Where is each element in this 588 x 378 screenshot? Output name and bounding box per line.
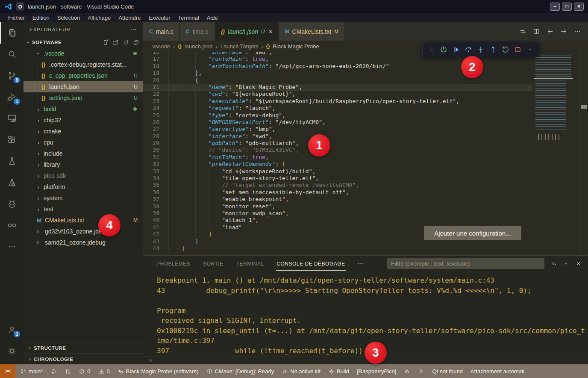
status-debug-alt[interactable]: Black Magic Probe (software) bbox=[114, 364, 203, 378]
menu-item-edition[interactable]: Edition bbox=[29, 14, 53, 21]
panel-tab-probl-mes[interactable]: PROBLÈMES bbox=[156, 256, 191, 271]
tab-launch.json[interactable]: {}launch.jsonU× bbox=[215, 22, 279, 41]
scrollbar-thumb[interactable] bbox=[581, 105, 587, 109]
tree-item-settings.json[interactable]: {}settings.jsonU bbox=[24, 92, 143, 103]
status--raspberrypico-[interactable]: [RaspberryPico] bbox=[353, 364, 400, 378]
activity-more[interactable] bbox=[0, 236, 24, 257]
minimize-button[interactable]: – bbox=[550, 3, 560, 11]
tree-item-test[interactable]: ›test bbox=[24, 204, 143, 215]
maximize-button[interactable]: □ bbox=[562, 3, 572, 11]
activity-source-control[interactable]: 9 bbox=[0, 65, 24, 86]
tree-item-pico-sdk[interactable]: ›pico-sdk bbox=[24, 170, 143, 181]
tree-item-chip32[interactable]: ›chip32 bbox=[24, 115, 143, 126]
tree-item-system[interactable]: ›system bbox=[24, 192, 143, 204]
status-pr[interactable] bbox=[61, 364, 75, 378]
new-file-button[interactable] bbox=[102, 39, 109, 46]
tab-time.c[interactable]: Ctime.c bbox=[180, 22, 215, 41]
panel-tab-console-de-d-bogage[interactable]: CONSOLE DE DÉBOGAGE bbox=[276, 256, 345, 271]
vertical-scrollbar[interactable] bbox=[579, 52, 588, 255]
activity-test-beaker[interactable] bbox=[0, 151, 24, 172]
debug-step-over-button[interactable] bbox=[462, 44, 474, 56]
breadcrumb-item[interactable]: Black Magic Probe bbox=[273, 43, 319, 50]
tab-CMakeLists.txt[interactable]: MCMakeLists.txtM bbox=[279, 22, 345, 41]
panel-tab-terminal[interactable]: TERMINAL bbox=[236, 256, 265, 271]
tree-item-cmake[interactable]: ›cmake bbox=[24, 126, 143, 137]
debug-step-out-button[interactable] bbox=[487, 44, 499, 56]
activity-account[interactable]: 1 bbox=[0, 319, 24, 340]
open-changes-button[interactable] bbox=[519, 28, 526, 35]
activity-vs-logo[interactable] bbox=[0, 215, 24, 236]
tree-item-library[interactable]: ›library bbox=[24, 159, 143, 170]
status-gear[interactable]: Build bbox=[324, 364, 353, 378]
status-bug[interactable] bbox=[400, 364, 414, 378]
panel-tab-sortie[interactable]: SORTIE bbox=[203, 256, 223, 271]
section-header-software[interactable]: › SOFTWARE bbox=[24, 37, 143, 48]
tree-item-include[interactable]: ›include bbox=[24, 148, 143, 159]
activity-remote-explorer[interactable] bbox=[0, 108, 24, 129]
debug-restart-button[interactable] bbox=[500, 44, 512, 56]
menu-item-sélection[interactable]: Sélection bbox=[53, 14, 84, 21]
tree-item-platform[interactable]: ›platform bbox=[24, 181, 143, 192]
arrow-right-button[interactable] bbox=[560, 28, 567, 35]
activity-platformio[interactable] bbox=[0, 193, 24, 215]
tree-item-cpu[interactable]: ›cpu bbox=[24, 137, 143, 148]
status-warning-triangle[interactable]: 0 bbox=[94, 364, 114, 378]
menu-item-aide[interactable]: Aide bbox=[203, 14, 222, 21]
debug-filter-input[interactable] bbox=[387, 258, 544, 269]
chevron-up-button[interactable] bbox=[563, 260, 570, 267]
tree-item-CMakeLists.txt[interactable]: MCMakeLists.txtM bbox=[24, 215, 143, 226]
debug-chevron-down-button[interactable] bbox=[524, 44, 536, 56]
more-actions-icon[interactable]: ⋯ bbox=[358, 260, 364, 267]
section-header-structure[interactable]: › STRUCTURE bbox=[24, 342, 143, 353]
status-info[interactable]: CMake: [Debug]: Ready bbox=[203, 364, 278, 378]
tree-item-.cortex-debug.registers.stat...[interactable]: {}.cortex-debug.registers.stat... bbox=[24, 59, 143, 70]
breadcrumb-item[interactable]: launch.json bbox=[185, 43, 213, 50]
activity-extensions[interactable] bbox=[0, 129, 24, 151]
close-button[interactable]: × bbox=[574, 3, 584, 11]
tree-item-build[interactable]: ›build bbox=[24, 103, 143, 115]
tree-item-c_cpp_properties.json[interactable]: {}c_cpp_properties.jsonU bbox=[24, 70, 143, 81]
activity-cmake-tools[interactable] bbox=[0, 172, 24, 193]
tree-item-launch.json[interactable]: {}launch.jsonU bbox=[24, 81, 143, 92]
close-tab-icon[interactable]: × bbox=[269, 28, 273, 35]
section-header-chronologie[interactable]: › CHRONOLOGIE bbox=[24, 353, 143, 364]
activity-settings-gear[interactable] bbox=[0, 340, 24, 362]
menu-item-exécuter[interactable]: Exécuter bbox=[144, 14, 174, 21]
filter-clear-button[interactable] bbox=[550, 260, 557, 267]
code-editor[interactable]: 16"interface": "swd",17"runToMain": true… bbox=[143, 52, 588, 255]
debug-power-button[interactable] bbox=[438, 44, 450, 56]
status-branch[interactable]: main* bbox=[16, 364, 47, 378]
debug-stop-button[interactable] bbox=[512, 44, 524, 56]
menu-item-fichier[interactable]: Fichier bbox=[4, 14, 29, 21]
menu-item-terminal[interactable]: Terminal bbox=[174, 14, 203, 21]
status-error-circle[interactable]: 0 bbox=[75, 364, 94, 378]
tree-item-.vscode[interactable]: ›.vscode bbox=[24, 48, 143, 59]
menu-item-atteindre[interactable]: Atteindre bbox=[115, 14, 144, 21]
refresh-button[interactable] bbox=[123, 39, 129, 46]
debug-grip-button[interactable] bbox=[425, 44, 437, 56]
tab-main.c[interactable]: Cmain.c bbox=[143, 22, 180, 41]
new-folder-button[interactable] bbox=[112, 39, 119, 46]
status-attachement-automati[interactable]: Attachement automati bbox=[467, 364, 528, 378]
status-play[interactable] bbox=[414, 364, 428, 378]
more-actions-icon[interactable]: ⋯ bbox=[130, 26, 137, 33]
tree-item-gd32vf103_ozone.jdebug[interactable]: gd32vf103_ozone.jdebug bbox=[24, 226, 143, 237]
status-remote[interactable]: >< bbox=[0, 364, 15, 378]
activity-run-debug[interactable]: 1 bbox=[0, 86, 24, 108]
menu-item-affichage[interactable]: Affichage bbox=[84, 14, 115, 21]
debug-step-into-button[interactable] bbox=[475, 44, 487, 56]
add-configuration-button[interactable]: Ajouter une configuration... bbox=[424, 226, 521, 240]
split-editor-button[interactable] bbox=[533, 28, 540, 35]
status-sync[interactable] bbox=[47, 364, 61, 378]
close-button[interactable] bbox=[575, 260, 582, 267]
collapse-all-button[interactable] bbox=[133, 39, 139, 46]
activity-search[interactable] bbox=[0, 44, 24, 65]
breadcrumb-item[interactable]: Launch Targets bbox=[220, 43, 259, 50]
breadcrumb-item[interactable]: .vscode bbox=[151, 43, 170, 50]
more-dots-button[interactable] bbox=[574, 28, 581, 35]
minimap[interactable] bbox=[532, 52, 579, 255]
status-tools[interactable]: No active kit bbox=[278, 364, 324, 378]
activity-files[interactable] bbox=[0, 22, 24, 44]
tree-item-samd21_ozone.jdebug[interactable]: samd21_ozone.jdebug bbox=[24, 237, 143, 248]
arrow-left-button[interactable] bbox=[547, 28, 554, 35]
